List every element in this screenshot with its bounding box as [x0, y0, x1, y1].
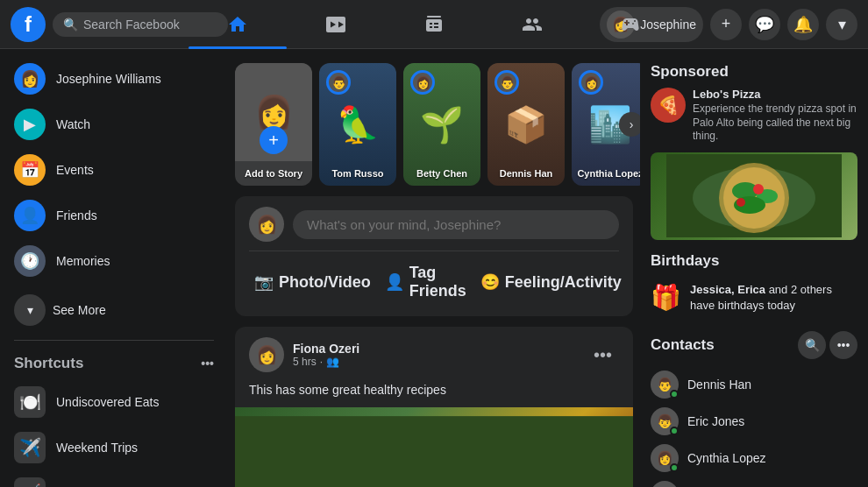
post-more-button[interactable]: ••• — [587, 342, 619, 369]
nav-video-button[interactable] — [287, 4, 385, 46]
main-layout: 👩 Josephine Williams ▶ Watch 📅 Events 👤 … — [0, 49, 868, 487]
sponsored-title: Sponsored — [651, 63, 857, 81]
search-input[interactable] — [83, 18, 206, 32]
story-card-tom[interactable]: 🦜 👨 Tom Russo — [319, 63, 396, 186]
sidebar-item-user[interactable]: 👩 Josephine Williams — [4, 56, 224, 102]
nav-gaming-button[interactable] — [581, 4, 679, 46]
stories-next-button[interactable]: › — [619, 112, 640, 137]
shortcut-label: Weekend Trips — [56, 441, 138, 455]
story-avatar-betty: 👩 — [410, 70, 435, 95]
tag-friends-label: Tag Friends — [409, 264, 466, 300]
sidebar-user-name: Josephine Williams — [56, 72, 161, 86]
shortcut-item-undiscovered-eats[interactable]: 🍽️ Undiscovered Eats — [4, 379, 224, 425]
story-card-betty[interactable]: 🌱 👩 Betty Chen — [403, 63, 480, 186]
tag-friends-button[interactable]: 👤 Tag Friends — [380, 258, 472, 306]
jaspers-market-icon: 🛒 — [14, 477, 46, 487]
contact-item-eric[interactable]: 👦 Eric Jones — [651, 403, 857, 440]
undiscovered-eats-icon: 🍽️ — [14, 386, 46, 418]
post-text: This has some great healthy recipes — [235, 383, 633, 407]
add-button[interactable]: + — [710, 9, 742, 40]
story-card-dennis[interactable]: 📦 👨 Dennis Han — [487, 63, 565, 186]
memories-icon: 🕐 — [14, 245, 46, 277]
contacts-header-icons: 🔍 ••• — [798, 331, 857, 359]
see-more-nav-button[interactable]: ▾ See More — [4, 287, 224, 333]
stories-row: 👩 + Add to Story 🦜 👨 Tom Russo 🌱 👩 Betty… — [235, 63, 633, 186]
notifications-button[interactable]: 🔔 — [787, 9, 819, 40]
photo-video-button[interactable]: 📷 Photo/Video — [249, 258, 376, 306]
create-post-box: 👩 📷 Photo/Video 👤 Tag Friends 😊 — [235, 196, 633, 316]
story-avatar-dennis: 👨 — [494, 70, 519, 95]
post-header: 👩 Fiona Ozeri 5 hrs · 👥 ••• — [235, 327, 633, 383]
sponsor-description: Experience the trendy pizza spot in Palo… — [693, 102, 857, 144]
contacts-title: Contacts — [651, 336, 715, 354]
news-feed: 👩 + Add to Story 🦜 👨 Tom Russo 🌱 👩 Betty… — [228, 49, 640, 487]
story-add-card[interactable]: 👩 + Add to Story — [235, 63, 312, 186]
nav-marketplace-button[interactable] — [385, 4, 483, 46]
contacts-header: Contacts 🔍 ••• — [651, 331, 857, 359]
sidebar-item-events[interactable]: 📅 Events — [4, 147, 224, 193]
contacts-more-button[interactable]: ••• — [829, 331, 857, 359]
svg-point-30 — [753, 184, 764, 194]
shortcuts-more-button[interactable]: ••• — [201, 356, 214, 371]
birthday-item: 🎁 Jessica, Erica and 2 others have birth… — [651, 277, 857, 319]
sponsor-name: Lebo's Pizza — [693, 88, 857, 101]
feeling-icon: 😊 — [480, 272, 500, 292]
contact-avatar-eric: 👦 — [651, 407, 679, 435]
post-actions: 📷 Photo/Video 👤 Tag Friends 😊 Feeling/Ac… — [249, 258, 619, 306]
sponsor-image[interactable] — [651, 152, 857, 240]
contacts-search-button[interactable]: 🔍 — [798, 331, 826, 359]
post-box-divider — [249, 251, 619, 251]
post-input[interactable] — [293, 210, 619, 239]
sidebar-memories-label: Memories — [56, 254, 110, 268]
contact-item-dennis[interactable]: 👨 Dennis Han — [651, 366, 857, 403]
story-avatar-cynthia: 👩 — [579, 70, 603, 95]
add-story-icon: + — [260, 126, 288, 154]
post-visibility-icon: 👥 — [326, 356, 339, 368]
see-more-nav-icon: ▾ — [14, 294, 46, 326]
weekend-trips-icon: ✈️ — [14, 432, 46, 463]
shortcut-item-weekend-trips[interactable]: ✈️ Weekend Trips — [4, 425, 224, 470]
contact-name-eric: Eric Jones — [687, 414, 744, 428]
sponsored-item: 🍕 Lebo's Pizza Experience the trendy piz… — [651, 88, 857, 144]
feeling-activity-button[interactable]: 😊 Feeling/Activity — [475, 258, 627, 306]
shortcut-item-jaspers-market[interactable]: 🛒 Jasper's Market — [4, 470, 224, 487]
svg-point-31 — [736, 198, 745, 207]
post-time: 5 hrs — [293, 356, 317, 368]
add-story-label: Add to Story — [235, 168, 312, 179]
contact-item-cynthia[interactable]: 👩 Cynthia Lopez — [651, 440, 857, 476]
shortcut-label: Undiscovered Eats — [56, 395, 160, 409]
birthdays-title: Birthdays — [651, 252, 857, 270]
sidebar-divider — [14, 340, 214, 341]
nav-groups-button[interactable] — [483, 4, 581, 46]
top-navigation: f 🔍 👩 Josephine + 💬 🔔 ▾ — [0, 0, 868, 49]
feed-inner: 👩 + Add to Story 🦜 👨 Tom Russo 🌱 👩 Betty… — [235, 63, 633, 487]
sidebar-item-friends[interactable]: 👤 Friends — [4, 193, 224, 238]
post-author-info: Fiona Ozeri 5 hrs · 👥 — [293, 342, 578, 368]
sidebar-item-watch[interactable]: ▶ Watch — [4, 102, 224, 147]
svg-rect-0 — [235, 416, 633, 487]
feed-post: 👩 Fiona Ozeri 5 hrs · 👥 ••• This has som… — [235, 327, 633, 487]
story-label-tom: Tom Russo — [319, 168, 396, 179]
dropdown-button[interactable]: ▾ — [826, 9, 857, 40]
watch-icon: ▶ — [14, 109, 46, 140]
shortcuts-title: Shortcuts — [14, 355, 83, 372]
shortcuts-section: Shortcuts ••• — [4, 348, 224, 379]
events-icon: 📅 — [14, 154, 46, 186]
facebook-logo[interactable]: f — [11, 7, 46, 42]
feeling-activity-label: Feeling/Activity — [505, 273, 622, 292]
see-more-nav-label: See More — [53, 303, 106, 317]
messenger-button[interactable]: 💬 — [749, 9, 780, 40]
contact-avatar-betty: 👩‍🦱 — [651, 481, 679, 487]
sidebar-watch-label: Watch — [56, 117, 90, 131]
story-label-betty: Betty Chen — [403, 168, 480, 179]
post-author-name: Fiona Ozeri — [293, 342, 578, 356]
sidebar-friends-label: Friends — [56, 208, 97, 222]
contact-avatar-dennis: 👨 — [651, 371, 679, 399]
contact-item-betty[interactable]: 👩‍🦱 Betty Chen — [651, 476, 857, 487]
contact-name-cynthia: Cynthia Lopez — [687, 451, 766, 465]
story-label-cynthia: Cynthia Lopez — [572, 168, 640, 179]
nav-home-button[interactable] — [189, 4, 287, 46]
nav-center — [189, 4, 679, 46]
photo-video-label: Photo/Video — [279, 273, 371, 292]
sidebar-item-memories[interactable]: 🕐 Memories — [4, 238, 224, 284]
